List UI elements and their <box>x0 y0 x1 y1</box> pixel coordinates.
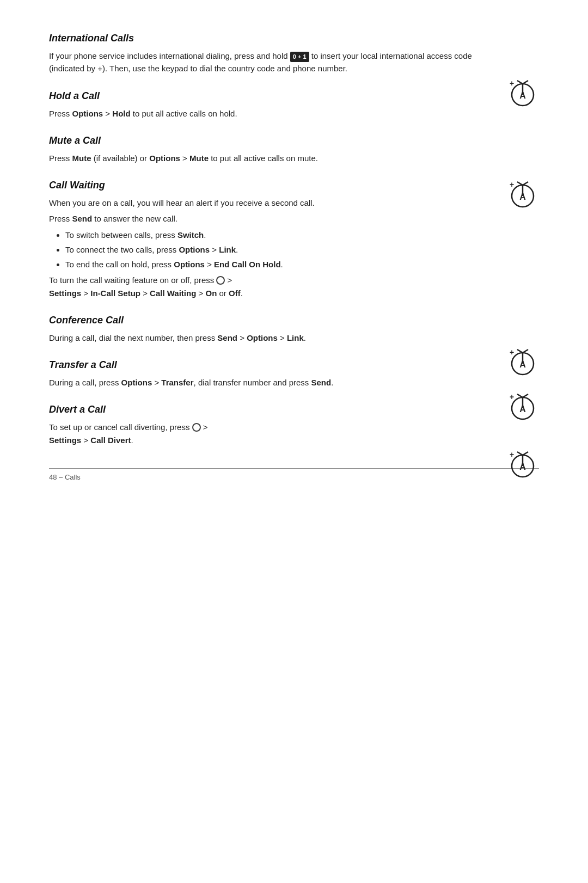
call-waiting-text3: To turn the call waiting feature on or o… <box>49 274 498 299</box>
call-waiting-text1: When you are on a call, you will hear an… <box>49 197 498 209</box>
bold-end-call-on-hold: End Call On Hold <box>214 260 281 269</box>
bold-link-conf: Link <box>287 333 304 342</box>
bold-options-mute: Options <box>149 154 180 163</box>
section-title-mute-a-call: Mute a Call <box>49 135 539 146</box>
divert-a-call-text: To set up or cancel call diverting, pres… <box>49 421 498 446</box>
svg-line-21 <box>523 394 528 397</box>
bold-options: Options <box>72 109 103 118</box>
section-conference-call: Conference Call During a call, dial the … <box>49 315 539 344</box>
transfer-a-call-text: During a call, press Options > Transfer,… <box>49 376 498 389</box>
bold-send: Send <box>72 214 93 223</box>
section-body-transfer-a-call: During a call, press Options > Transfer,… <box>49 376 498 389</box>
svg-text:+: + <box>510 79 514 88</box>
bold-on: On <box>205 289 217 298</box>
section-body-mute-a-call: Press Mute (if available) or Options > M… <box>49 152 539 164</box>
antenna-svg-2: A + <box>507 180 538 210</box>
conference-call-text: During a call, dial the next number, the… <box>49 332 498 344</box>
section-title-hold-a-call: Hold a Call <box>49 90 539 102</box>
bold-send-conf: Send <box>217 333 237 342</box>
bold-options-conf: Options <box>247 333 278 342</box>
menu-circle-icon <box>216 276 225 285</box>
svg-text:+: + <box>510 180 514 189</box>
section-mute-a-call: Mute a Call Press Mute (if available) or… <box>49 135 539 164</box>
section-international-calls: International Calls If your phone servic… <box>49 33 539 75</box>
hold-a-call-text: Press Options > Hold to put all active c… <box>49 107 539 120</box>
svg-line-27 <box>523 452 528 455</box>
svg-text:+: + <box>510 393 514 401</box>
page-container: International Calls If your phone servic… <box>0 0 588 525</box>
section-divert-a-call: Divert a Call To set up or cancel call d… <box>49 404 539 446</box>
svg-line-2 <box>517 81 523 84</box>
antenna-svg-5: A + <box>507 450 538 480</box>
svg-line-3 <box>523 81 528 84</box>
bold-options-endcall: Options <box>174 260 205 269</box>
bold-call-waiting: Call Waiting <box>150 289 196 298</box>
section-transfer-a-call: Transfer a Call During a call, press Opt… <box>49 359 539 389</box>
call-waiting-text2: Press Send to answer the new call. <box>49 212 498 225</box>
bold-mute: Mute <box>72 154 91 163</box>
section-title-transfer-a-call: Transfer a Call <box>49 359 498 371</box>
key-badge-0plus1: 0 + 1 <box>290 52 309 62</box>
bold-options-transfer: Options <box>121 378 152 387</box>
bold-switch: Switch <box>177 230 204 240</box>
svg-line-9 <box>523 182 528 185</box>
bullet-end-call: To end the call on hold, press Options >… <box>65 258 498 271</box>
section-hold-a-call: Hold a Call Press Options > Hold to put … <box>49 90 539 120</box>
svg-text:A: A <box>519 462 526 471</box>
page-footer: 48 – Calls <box>49 468 539 481</box>
svg-line-26 <box>517 452 523 455</box>
svg-line-14 <box>517 349 523 353</box>
section-body-international-calls: If your phone service includes internati… <box>49 50 498 75</box>
section-body-call-waiting: When you are on a call, you will hear an… <box>49 197 498 299</box>
bullet-switch: To switch between calls, press Switch. <box>65 229 498 241</box>
svg-line-20 <box>517 394 523 397</box>
section-title-international-calls: International Calls <box>49 33 498 44</box>
bold-transfer: Transfer <box>161 378 193 387</box>
bold-call-divert: Call Divert <box>90 436 131 445</box>
section-title-divert-a-call: Divert a Call <box>49 404 498 415</box>
call-waiting-bullets: To switch between calls, press Switch. T… <box>65 229 498 271</box>
bold-link: Link <box>219 245 236 254</box>
bold-in-call-setup: In-Call Setup <box>90 289 140 298</box>
menu-circle-icon-divert <box>192 423 201 432</box>
svg-line-8 <box>517 182 523 185</box>
bold-settings-divert: Settings <box>49 436 81 445</box>
svg-text:+: + <box>510 348 514 357</box>
section-call-waiting: Call Waiting When you are on a call, you… <box>49 180 539 299</box>
bullet-link: To connect the two calls, press Options … <box>65 243 498 256</box>
svg-line-15 <box>523 349 528 353</box>
bold-mute2: Mute <box>189 154 209 163</box>
bold-options-link: Options <box>179 245 210 254</box>
section-body-divert-a-call: To set up or cancel call diverting, pres… <box>49 421 498 446</box>
call-waiting-icon: A + <box>507 180 539 211</box>
bold-send-transfer: Send <box>311 378 332 387</box>
bold-off: Off <box>229 289 241 298</box>
footer-text: 48 – Calls <box>49 473 81 481</box>
section-title-call-waiting: Call Waiting <box>49 180 498 191</box>
mute-a-call-text: Press Mute (if available) or Options > M… <box>49 152 539 164</box>
svg-text:A: A <box>519 192 526 201</box>
section-title-conference-call: Conference Call <box>49 315 498 326</box>
svg-text:+: + <box>510 450 514 459</box>
intl-calls-text: If your phone service includes internati… <box>49 50 498 75</box>
bold-settings: Settings <box>49 289 81 298</box>
bold-hold: Hold <box>112 109 130 118</box>
section-body-conference-call: During a call, dial the next number, the… <box>49 332 498 344</box>
divert-a-call-icon: A + <box>507 450 539 481</box>
section-body-hold-a-call: Press Options > Hold to put all active c… <box>49 107 539 120</box>
